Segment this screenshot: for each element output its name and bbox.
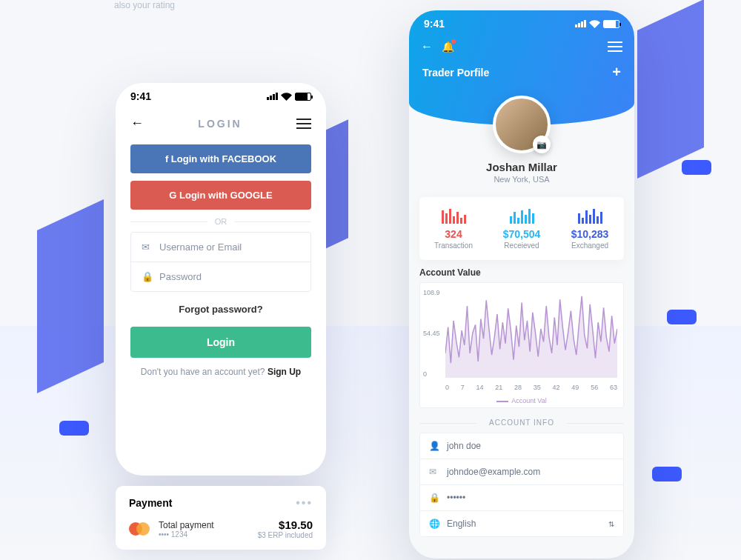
mastercard-icon: [129, 522, 150, 536]
facebook-icon: f: [165, 153, 171, 164]
notifications-button[interactable]: 🔔: [442, 41, 454, 53]
envelope-icon: ✉: [429, 467, 439, 477]
menu-button[interactable]: [296, 119, 311, 129]
signal-icon: [267, 93, 278, 100]
account-info-heading: ACCOUNT INFO: [419, 419, 624, 427]
password-field[interactable]: 🔒 ••••••: [420, 485, 623, 511]
payment-sub: $3 ERP included: [258, 531, 313, 539]
caption: also your rating: [114, 0, 175, 10]
status-time: 9:41: [424, 18, 445, 30]
menu-button[interactable]: [608, 41, 622, 52]
login-screen: 9:41 ← LOGIN f Login with FACEBOOK G Log…: [116, 83, 326, 476]
profile-location: New York, USA: [409, 175, 634, 184]
card-mask: •••• 1234: [159, 530, 249, 539]
page-title: LOGIN: [198, 118, 242, 130]
battery-icon: [603, 20, 619, 28]
signal-icon: [575, 20, 586, 27]
name-field[interactable]: 👤 john doe: [420, 433, 623, 459]
login-google-button[interactable]: G Login with GOOGLE: [130, 181, 311, 210]
account-value-chart: 108.954.450 071421283542495663 Account V…: [419, 282, 624, 408]
stat-transaction[interactable]: 324 Transaction: [419, 207, 488, 250]
bars-icon: [556, 207, 624, 224]
bars-icon: [419, 207, 488, 224]
wifi-icon: [281, 93, 292, 101]
wifi-icon: [589, 20, 600, 28]
globe-icon: 🌐: [429, 519, 439, 529]
payment-card: Payment ••• Total payment •••• 1234 $19.…: [116, 486, 326, 550]
stat-exchanged[interactable]: $10,283 Exchanged: [556, 207, 624, 250]
language-select[interactable]: 🌐 English ⇅: [420, 511, 623, 536]
signup-link[interactable]: Sign Up: [268, 367, 301, 377]
chevron-updown-icon: ⇅: [608, 520, 614, 528]
total-payment-label: Total payment: [159, 520, 249, 530]
header-title: Trader Porfile: [422, 67, 489, 79]
status-time: 9:41: [130, 90, 151, 102]
signup-prompt: Don't you have an account yet? Sign Up: [116, 367, 326, 377]
profile-screen: 9:41 ← 🔔 Trader Porfile + 📷 Joshan Milla…: [409, 10, 634, 559]
camera-icon[interactable]: 📷: [533, 136, 551, 153]
chart-title: Account Value: [419, 267, 624, 278]
lock-icon: 🔒: [142, 271, 152, 282]
stat-received[interactable]: $70,504 Receieved: [488, 207, 556, 250]
username-input[interactable]: ✉ Username or Email: [131, 233, 310, 262]
bars-icon: [488, 207, 556, 224]
chart-legend: Account Val: [420, 397, 623, 404]
profile-name: Joshan Millar: [409, 161, 634, 173]
stats-panel: 324 Transaction $70,504 Receieved $10,28…: [419, 197, 624, 260]
forgot-password-link[interactable]: Forgot password?: [116, 304, 326, 315]
login-facebook-button[interactable]: f Login with FACEBOOK: [130, 144, 311, 173]
lock-icon: 🔒: [429, 493, 439, 503]
status-bar: 9:41: [409, 10, 634, 37]
back-button[interactable]: ←: [130, 116, 144, 131]
login-button[interactable]: Login: [130, 327, 311, 358]
add-button[interactable]: +: [612, 64, 621, 81]
envelope-icon: ✉: [142, 241, 152, 253]
back-button[interactable]: ←: [421, 40, 433, 53]
more-button[interactable]: •••: [296, 496, 313, 510]
payment-amount: $19.50: [258, 519, 313, 531]
avatar[interactable]: 📷: [493, 96, 551, 153]
google-icon: G: [169, 190, 179, 201]
password-input[interactable]: 🔒 Password: [131, 262, 310, 291]
battery-icon: [295, 93, 311, 101]
payment-heading: Payment: [129, 497, 172, 509]
user-icon: 👤: [429, 441, 439, 451]
status-bar: 9:41: [116, 83, 326, 110]
or-divider: OR: [130, 217, 311, 226]
email-field[interactable]: ✉ johndoe@example.com: [420, 459, 623, 485]
